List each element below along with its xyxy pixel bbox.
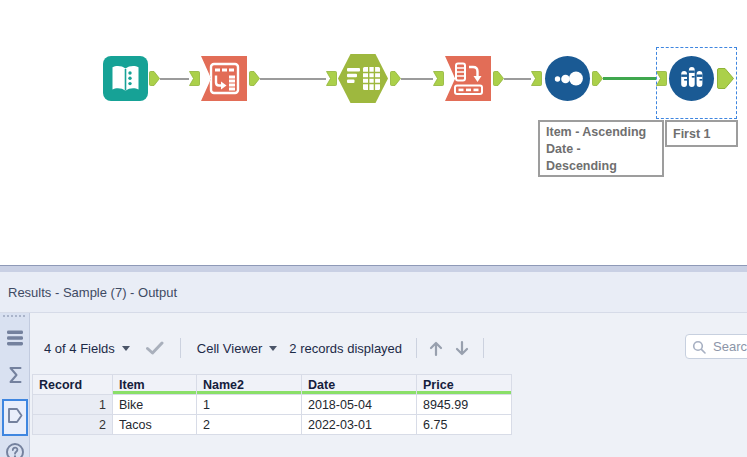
connection-line[interactable] — [504, 78, 531, 80]
results-table: Record Item Name2 Date Price 1 Bike 1 20… — [32, 374, 512, 435]
record-number-cell[interactable]: 2 — [33, 415, 113, 435]
output-anchor[interactable] — [592, 71, 603, 86]
output-anchor[interactable] — [493, 71, 504, 86]
input-anchor[interactable] — [531, 71, 542, 86]
table-cell[interactable]: 8945.99 — [417, 395, 512, 415]
table-cell[interactable]: 2 — [197, 415, 302, 435]
sample-test-tubes-icon — [669, 56, 714, 101]
connection-line[interactable] — [401, 78, 433, 80]
column-header[interactable]: Date — [302, 375, 417, 395]
table-cell[interactable]: 1 — [197, 395, 302, 415]
table-header-row: Record Item Name2 Date Price — [33, 375, 512, 395]
column-header[interactable]: Price — [417, 375, 512, 395]
output-anchor-selected[interactable] — [717, 68, 734, 89]
chevron-down-icon[interactable] — [122, 346, 130, 351]
table-cell[interactable]: Tacos — [113, 415, 197, 435]
results-content: 4 of 4 Fields Cell Viewer 2 records disp… — [30, 313, 747, 457]
column-header[interactable]: Record — [33, 375, 113, 395]
results-panel: Results - Sample (7) - Output — [0, 265, 747, 457]
drag-grip-dots[interactable] — [3, 315, 25, 317]
annotation-line: Descending — [546, 158, 656, 175]
tool-transpose[interactable] — [445, 56, 491, 101]
table-rows-icon[interactable] — [4, 326, 26, 350]
results-title: Results - Sample (7) - Output — [8, 285, 177, 300]
toolbar-separator — [416, 338, 417, 358]
data-quality-bar — [417, 391, 511, 394]
column-header[interactable]: Item — [113, 375, 197, 395]
search-box[interactable] — [685, 334, 747, 359]
tool-input-data[interactable] — [103, 56, 148, 101]
input-anchor[interactable] — [433, 71, 444, 86]
search-input[interactable] — [711, 338, 747, 355]
data-quality-bar — [302, 391, 416, 394]
workflow-canvas[interactable]: Item - Ascending Date - Descending First… — [0, 0, 747, 265]
sort-dots-icon — [545, 56, 590, 101]
text-to-columns-icon — [201, 56, 247, 101]
results-panel-top-strip — [0, 265, 747, 272]
search-icon — [692, 340, 706, 354]
toolbar-separator — [483, 338, 484, 358]
arrow-up-icon[interactable] — [427, 339, 445, 357]
table-cell[interactable]: Bike — [113, 395, 197, 415]
transpose-column-to-rows-icon — [445, 56, 491, 101]
arrow-down-icon[interactable] — [453, 339, 471, 357]
summarize-table-icon — [338, 54, 388, 103]
input-anchor[interactable] — [326, 71, 337, 86]
annotation-shape-selected[interactable] — [2, 399, 28, 436]
alteryx-designer-window: Item - Ascending Date - Descending First… — [0, 0, 747, 457]
table-row: 1 Bike 1 2018-05-04 8945.99 — [33, 395, 512, 415]
data-quality-bar — [197, 391, 301, 394]
input-data-book-icon — [103, 56, 148, 101]
table-cell[interactable]: 6.75 — [417, 415, 512, 435]
results-sidebar — [0, 313, 30, 457]
fields-dropdown-label[interactable]: 4 of 4 Fields — [44, 341, 115, 356]
connection-line-selected[interactable] — [603, 77, 656, 80]
help-circle-icon[interactable] — [4, 440, 26, 457]
toolbar-separator — [180, 338, 181, 358]
column-header[interactable]: Name2 — [197, 375, 302, 395]
results-toolbar: 4 of 4 Fields Cell Viewer 2 records disp… — [44, 335, 484, 361]
output-anchor[interactable] — [249, 71, 260, 86]
data-quality-bar — [113, 391, 196, 394]
table-cell[interactable]: 2018-05-04 — [302, 395, 417, 415]
table-cell[interactable]: 2022-03-01 — [302, 415, 417, 435]
records-displayed-label: 2 records displayed — [289, 341, 402, 356]
output-anchor[interactable] — [390, 71, 401, 86]
connection-line[interactable] — [260, 78, 326, 80]
annotation-sample[interactable]: First 1 — [665, 120, 738, 147]
chevron-down-icon[interactable] — [269, 346, 277, 351]
annotation-sort[interactable]: Item - Ascending Date - Descending — [538, 120, 664, 177]
table-row: 2 Tacos 2 2022-03-01 6.75 — [33, 415, 512, 435]
results-title-bar: Results - Sample (7) - Output — [0, 272, 747, 313]
tool-text-to-columns[interactable] — [201, 56, 247, 101]
tool-sample[interactable] — [669, 56, 714, 101]
sigma-metadata-icon[interactable] — [4, 363, 26, 387]
input-anchor[interactable] — [189, 71, 200, 86]
tool-sort[interactable] — [545, 56, 590, 101]
cell-viewer-dropdown-label[interactable]: Cell Viewer — [197, 341, 263, 356]
connection-line[interactable] — [160, 78, 189, 80]
apply-check-icon[interactable] — [146, 341, 164, 355]
annotation-line: Date - — [546, 141, 656, 158]
annotation-line: Item - Ascending — [546, 124, 656, 141]
record-number-cell[interactable]: 1 — [33, 395, 113, 415]
annotation-shape-icon — [5, 405, 25, 431]
output-anchor[interactable] — [149, 71, 160, 86]
tool-summarize[interactable] — [338, 54, 388, 103]
